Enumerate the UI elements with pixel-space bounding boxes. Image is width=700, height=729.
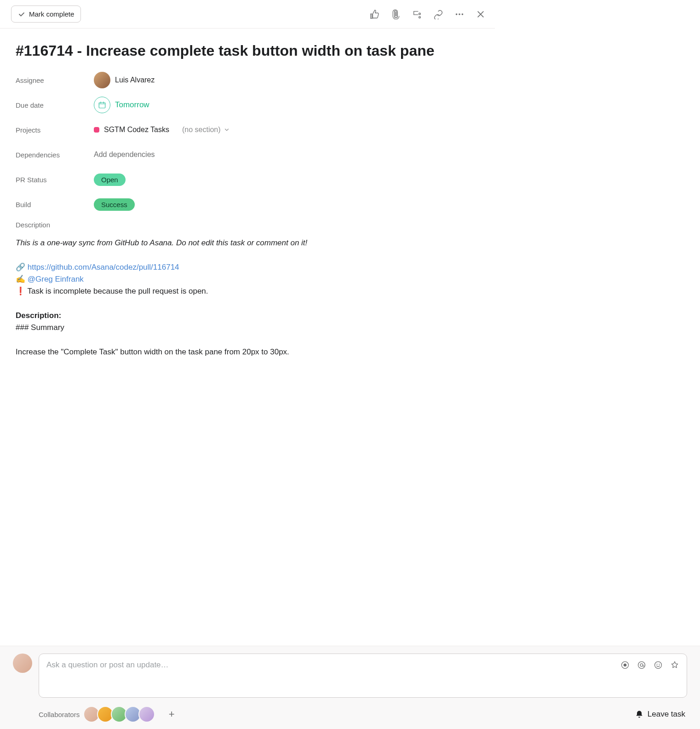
warning-emoji: ❗ xyxy=(16,287,25,295)
description-label: Description xyxy=(16,221,479,229)
sync-notice: This is a one-way sync from GitHub to As… xyxy=(16,238,307,247)
assignee-value[interactable]: Luis Alvarez xyxy=(94,72,155,88)
check-icon xyxy=(18,11,25,18)
due-date-row: Due date Tomorrow xyxy=(16,95,479,115)
author-mention[interactable]: @Greg Einfrank xyxy=(28,275,84,284)
chevron-down-icon xyxy=(224,127,230,133)
link-emoji: 🔗 xyxy=(16,263,25,272)
assignee-label: Assignee xyxy=(16,76,94,84)
projects-row: Projects SGTM Codez Tasks (no section) xyxy=(16,120,479,140)
summary-body: Increase the "Complete Task" button widt… xyxy=(16,346,479,358)
project-name[interactable]: SGTM Codez Tasks xyxy=(104,126,169,134)
svg-point-1 xyxy=(459,13,460,15)
task-title[interactable]: #116714 - Increase complete task button … xyxy=(16,41,479,60)
assignee-avatar xyxy=(94,72,110,88)
pr-status-value[interactable]: Open xyxy=(94,174,126,186)
close-icon[interactable] xyxy=(476,9,486,19)
assignee-row: Assignee Luis Alvarez xyxy=(16,70,479,90)
project-section-text: (no section) xyxy=(182,126,221,134)
build-value[interactable]: Success xyxy=(94,198,135,211)
projects-value: SGTM Codez Tasks (no section) xyxy=(94,126,230,134)
build-row: Build Success xyxy=(16,194,479,214)
due-date-label: Due date xyxy=(16,101,94,109)
pr-status-pill: Open xyxy=(94,174,126,186)
dependencies-row: Dependencies Add dependencies xyxy=(16,145,479,165)
pr-status-row: PR Status Open xyxy=(16,169,479,190)
svg-point-2 xyxy=(462,13,464,15)
more-icon[interactable] xyxy=(454,9,465,19)
github-link[interactable]: https://github.com/Asana/codez/pull/1167… xyxy=(28,263,179,272)
project-section-selector[interactable]: (no section) xyxy=(182,126,230,134)
assignee-name: Luis Alvarez xyxy=(115,76,155,84)
toolbar-actions xyxy=(370,9,486,19)
dependencies-label: Dependencies xyxy=(16,151,94,159)
due-date-value[interactable]: Tomorrow xyxy=(94,97,149,113)
build-pill: Success xyxy=(94,198,135,211)
mark-complete-button[interactable]: Mark complete xyxy=(11,6,81,23)
svg-point-0 xyxy=(456,13,458,15)
subtask-icon[interactable] xyxy=(412,9,422,19)
copy-link-icon[interactable] xyxy=(433,9,443,19)
build-label: Build xyxy=(16,201,94,208)
projects-label: Projects xyxy=(16,126,94,134)
project-color-dot xyxy=(94,127,99,133)
pr-status-label: PR Status xyxy=(16,176,94,184)
description-body[interactable]: This is a one-way sync from GitHub to As… xyxy=(16,237,479,358)
task-toolbar: Mark complete xyxy=(0,0,495,29)
incomplete-warning: Task is incomplete because the pull requ… xyxy=(27,287,208,295)
due-date-text: Tomorrow xyxy=(115,100,149,110)
like-icon[interactable] xyxy=(370,9,380,19)
summary-heading: ### Summary xyxy=(16,322,479,334)
writer-emoji: ✍️ xyxy=(16,275,25,284)
description-heading: Description: xyxy=(16,311,61,320)
task-content: #116714 - Increase complete task button … xyxy=(0,29,495,358)
calendar-icon xyxy=(94,97,110,113)
svg-rect-3 xyxy=(99,103,105,108)
mark-complete-label: Mark complete xyxy=(29,10,74,18)
add-dependencies-button[interactable]: Add dependencies xyxy=(94,150,155,159)
attachment-icon[interactable] xyxy=(391,9,401,19)
